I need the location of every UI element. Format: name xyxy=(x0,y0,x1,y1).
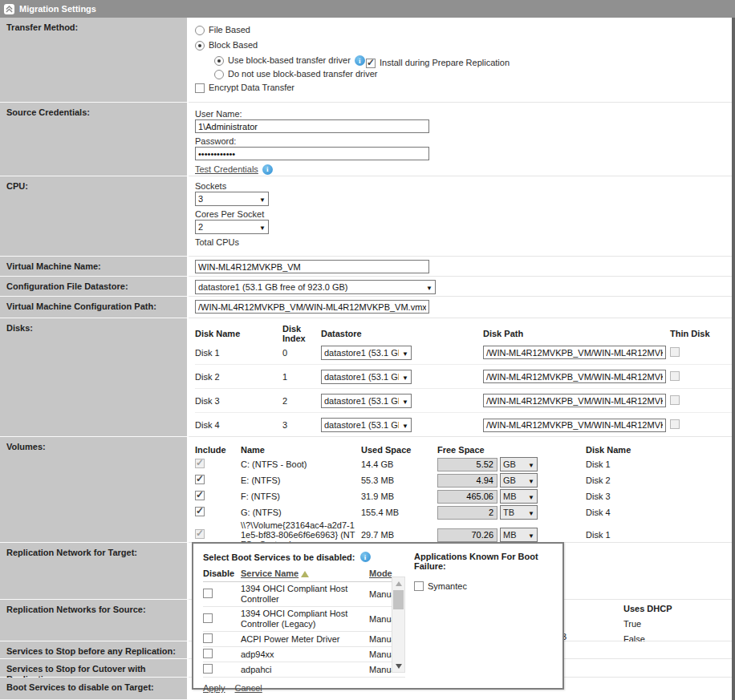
test-credentials-link[interactable]: Test Credentials xyxy=(195,164,258,175)
disk-path-input[interactable] xyxy=(483,419,666,432)
dropdown-arrow-icon xyxy=(525,508,534,517)
cores-label: Cores Per Socket xyxy=(195,209,732,220)
scroll-up-icon[interactable] xyxy=(392,577,404,589)
source-credentials-row: Source Credentials: User Name: Password:… xyxy=(0,103,732,176)
boot-services-popup: Select Boot Services to be disabled: Dis… xyxy=(192,542,564,690)
dropdown-arrow-icon xyxy=(525,492,534,501)
config-datastore-select[interactable]: datastore1 (53.1 GB free of 923.0 GB) xyxy=(195,280,436,294)
disable-service-checkbox[interactable] xyxy=(203,649,213,658)
disable-service-checkbox[interactable] xyxy=(203,664,213,674)
disable-service-checkbox[interactable] xyxy=(203,633,213,643)
vm-config-path-input[interactable] xyxy=(195,300,429,314)
disks-content: Disk Name Disk Index Datastore Disk Path… xyxy=(189,318,732,437)
thin-disk-checkbox xyxy=(670,371,680,381)
dropdown-arrow-icon xyxy=(399,420,408,430)
section-header[interactable]: Migration Settings xyxy=(0,0,735,18)
include-checkbox[interactable] xyxy=(195,491,205,500)
vm-name-row: Virtual Machine Name: xyxy=(0,257,732,277)
vm-name-label: Virtual Machine Name: xyxy=(0,257,189,277)
disk-path-input[interactable] xyxy=(483,370,666,383)
table-row: Disk 4 3 datastore1 (53.1 GB free of 923… xyxy=(195,413,732,437)
disk-path-input[interactable] xyxy=(483,346,666,359)
encrypt-option[interactable]: Encrypt Data Transfer xyxy=(195,83,732,93)
disk-datastore-select[interactable]: datastore1 (53.1 GB free of 923.0 GB) xyxy=(321,418,412,432)
no-driver-option[interactable]: Do not use block-based transfer driver xyxy=(214,69,732,79)
disable-service-checkbox[interactable] xyxy=(203,589,213,598)
free-space-unit-select[interactable]: TB xyxy=(500,505,538,520)
scroll-down-icon[interactable] xyxy=(392,660,404,672)
service-name-sort[interactable]: Service Name xyxy=(241,568,369,579)
vm-config-path-row: Virtual Machine Configuration Path: xyxy=(0,297,732,318)
cpu-label: CPU: xyxy=(0,176,189,257)
sockets-label: Sockets xyxy=(195,181,732,192)
block-based-radio[interactable] xyxy=(195,41,205,51)
symantec-checkbox[interactable] xyxy=(414,581,424,591)
popup-title: Select Boot Services to be disabled: xyxy=(203,552,355,562)
free-space-input xyxy=(437,528,497,542)
disks-label: Disks: xyxy=(0,318,189,437)
disk-datastore-select[interactable]: datastore1 (53.1 GB free of 923.0 GB) xyxy=(321,370,412,384)
apply-link[interactable]: Apply xyxy=(203,683,225,693)
user-name-input[interactable] xyxy=(195,119,429,133)
thin-disk-checkbox xyxy=(670,395,680,405)
file-based-radio[interactable] xyxy=(195,26,205,35)
table-row: ACPI Power Meter Driver Manual xyxy=(203,632,405,647)
disk-datastore-select[interactable]: datastore1 (53.1 GB free of 923.0 GB) xyxy=(321,394,412,408)
free-space-unit-select[interactable]: GB xyxy=(500,473,538,488)
free-space-input xyxy=(437,474,497,488)
dropdown-arrow-icon xyxy=(525,459,534,469)
transfer-method-row: Transfer Method: File Based Block Based … xyxy=(0,18,732,103)
section-title: Migration Settings xyxy=(19,4,96,14)
config-datastore-row: Configuration File Datastore: datastore1… xyxy=(0,277,732,297)
total-cpus-label: Total CPUs xyxy=(195,237,732,248)
vm-config-path-label: Virtual Machine Configuration Path: xyxy=(0,297,189,318)
volumes-row: Volumes: Include Name Used Space Free Sp… xyxy=(0,437,732,543)
scrollbar[interactable] xyxy=(392,577,405,673)
services-stop-cutover-label: Services to Stop for Cutover with Replic… xyxy=(0,659,189,678)
config-datastore-content: datastore1 (53.1 GB free of 923.0 GB) xyxy=(189,277,732,297)
install-prepare-checkbox[interactable] xyxy=(366,59,376,68)
cancel-link[interactable]: Cancel xyxy=(235,683,262,693)
dropdown-arrow-icon xyxy=(256,222,266,232)
table-row: F: (NTFS) 31.9 MB MB Disk 3 xyxy=(195,488,732,504)
no-driver-radio[interactable] xyxy=(214,70,224,79)
include-checkbox[interactable] xyxy=(195,475,205,484)
list-item[interactable]: Symantec xyxy=(414,581,553,591)
disable-service-checkbox[interactable] xyxy=(203,613,213,623)
cores-select[interactable]: 2 xyxy=(195,220,269,234)
disk-path-input[interactable] xyxy=(483,394,666,407)
file-based-option[interactable]: File Based xyxy=(195,25,732,35)
include-checkbox xyxy=(195,529,205,539)
source-credentials-content: User Name: Password: Test Credentials xyxy=(189,103,732,176)
use-driver-radio[interactable] xyxy=(214,56,224,66)
vm-config-path-content xyxy=(189,297,732,318)
dropdown-arrow-icon xyxy=(525,530,534,540)
cpu-content: Sockets 3 Cores Per Socket 2 Total CPUs … xyxy=(189,176,732,257)
dropdown-arrow-icon xyxy=(399,348,408,358)
table-row: C: (NTFS - Boot) 14.4 GB GB Disk 1 xyxy=(195,456,732,472)
free-space-unit-select[interactable]: GB xyxy=(500,457,538,471)
collapse-icon[interactable] xyxy=(4,4,14,14)
boot-services-table-header: Disable Service Name Mode xyxy=(203,568,405,582)
info-icon[interactable] xyxy=(360,552,371,562)
free-space-input xyxy=(437,506,497,520)
block-based-option[interactable]: Block Based xyxy=(195,40,732,51)
user-name-label: User Name: xyxy=(195,109,732,119)
disk-datastore-select[interactable]: datastore1 (53.1 GB free of 923.0 GB) xyxy=(321,346,412,360)
password-input[interactable] xyxy=(195,147,429,160)
sockets-select[interactable]: 3 xyxy=(195,192,269,206)
encrypt-checkbox[interactable] xyxy=(195,83,205,93)
include-checkbox[interactable] xyxy=(195,507,205,516)
free-space-unit-select[interactable]: MB xyxy=(500,489,538,504)
info-icon[interactable] xyxy=(355,55,365,66)
install-prepare-option[interactable]: Install during Prepare Replication xyxy=(366,58,510,68)
cpu-row: CPU: Sockets 3 Cores Per Socket 2 Total … xyxy=(0,176,732,257)
table-row: Disk 2 1 datastore1 (53.1 GB free of 923… xyxy=(195,365,732,389)
uses-dhcp-value: True xyxy=(623,617,672,632)
info-icon[interactable] xyxy=(262,164,273,175)
table-row: Disk 3 2 datastore1 (53.1 GB free of 923… xyxy=(195,389,732,413)
scrollbar-thumb[interactable] xyxy=(393,590,404,609)
free-space-input xyxy=(437,458,497,471)
free-space-unit-select[interactable]: MB xyxy=(500,528,538,542)
vm-name-input[interactable] xyxy=(195,260,429,273)
